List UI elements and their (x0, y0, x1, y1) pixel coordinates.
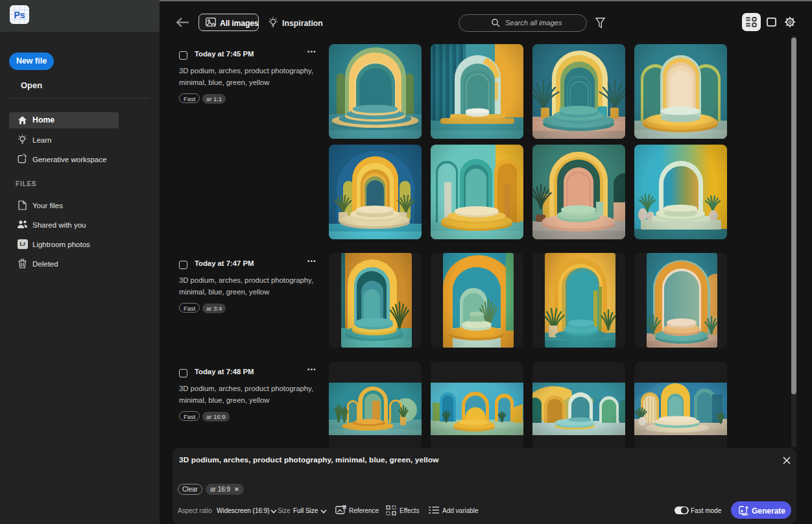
svg-text:Ps: Ps (14, 10, 25, 20)
